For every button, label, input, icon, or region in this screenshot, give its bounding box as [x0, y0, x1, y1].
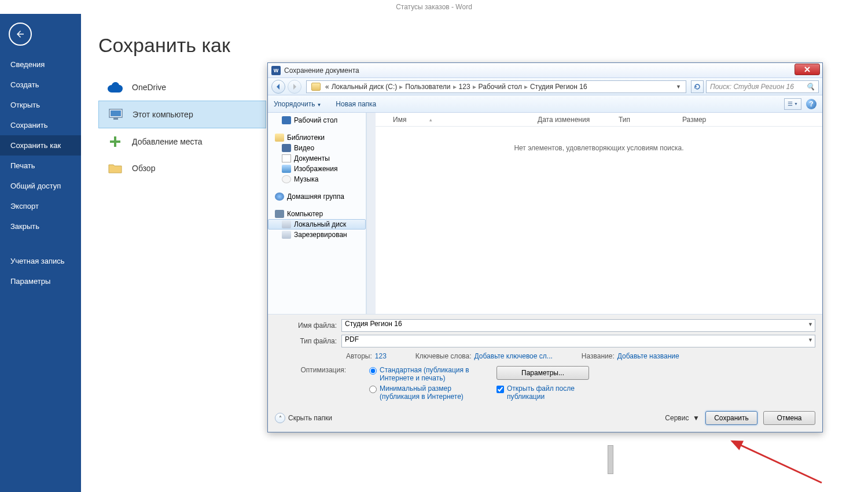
opt-min-radio[interactable]: Минимальный размер (публикация в Интерне… — [369, 384, 473, 401]
svg-rect-1 — [111, 110, 121, 116]
refresh-icon — [694, 83, 701, 90]
tree-item-documents[interactable]: Документы — [268, 153, 366, 164]
sidebar-item-export[interactable]: Экспорт — [0, 196, 81, 216]
file-list: Имя▴ Дата изменения Тип Размер Нет элеме… — [376, 113, 822, 314]
hide-folders-button[interactable]: ˄ Скрыть папки — [275, 413, 332, 423]
backstage-sidebar: Сведения Создать Открыть Сохранить Сохра… — [0, 14, 81, 492]
image-icon — [282, 165, 291, 173]
optimization-label: Оптимизация: — [292, 366, 346, 401]
chevron-down-icon: ▼ — [808, 337, 813, 343]
arrow-right-icon — [291, 83, 298, 90]
sidebar-item-account[interactable]: Учетная запись — [0, 251, 81, 271]
sidebar-item-share[interactable]: Общий доступ — [0, 176, 81, 196]
breadcrumb-part[interactable]: Студия Регион 16 — [530, 83, 587, 91]
tree-item-libraries[interactable]: Библиотеки — [268, 132, 366, 143]
word-icon: W — [271, 66, 281, 75]
cloud-icon — [107, 81, 123, 94]
dialog-nav: « Локальный диск (C:)▸ Пользователи▸ 123… — [268, 78, 822, 95]
place-this-pc[interactable]: Этот компьютер — [98, 101, 266, 128]
dialog-toolbar: Упорядочить▼ Новая папка ☰ ▼ ? — [268, 95, 822, 113]
breadcrumb-part[interactable]: Рабочий стол — [479, 83, 522, 91]
place-label: Обзор — [132, 164, 155, 173]
tree-item-local-disk[interactable]: Локальный диск — [268, 219, 366, 230]
library-icon — [275, 134, 284, 142]
title-label: Название: — [582, 352, 615, 360]
close-button[interactable] — [795, 64, 820, 75]
homegroup-icon — [275, 193, 284, 201]
title-value[interactable]: Добавьте название — [617, 352, 679, 360]
chevron-up-icon: ˄ — [275, 413, 285, 423]
dialog-title: Сохранение документа — [284, 66, 359, 75]
opt-standard-radio[interactable]: Стандартная (публикация в Интернете и пе… — [369, 366, 473, 382]
folder-icon — [107, 162, 123, 175]
save-dialog: W Сохранение документа « Локальный диск … — [267, 62, 823, 432]
sidebar-item-print[interactable]: Печать — [0, 156, 81, 176]
nav-back-button[interactable] — [271, 80, 285, 94]
parameters-button[interactable]: Параметры... — [496, 366, 589, 380]
view-button[interactable]: ☰ ▼ — [784, 98, 801, 110]
dialog-bottom: Имя файла: Студия Регион 16▼ Тип файла: … — [268, 314, 822, 432]
back-button[interactable] — [9, 23, 32, 46]
authors-value[interactable]: 123 — [375, 352, 387, 360]
tree-item-music[interactable]: Музыка — [268, 174, 366, 184]
page-title: Сохранить как — [98, 34, 868, 57]
folder-tree[interactable]: Рабочий стол Библиотеки Видео Документы … — [268, 113, 366, 314]
tree-item-homegroup[interactable]: Домашняя группа — [268, 191, 366, 202]
folder-icon — [311, 83, 321, 91]
disk-icon — [282, 220, 291, 228]
tree-item-computer[interactable]: Компьютер — [268, 209, 366, 219]
sidebar-item-save-as[interactable]: Сохранить как — [0, 135, 81, 156]
search-input[interactable]: Поиск: Студия Регион 16 🔍 — [706, 80, 819, 93]
sidebar-item-options[interactable]: Параметры — [0, 271, 81, 291]
service-dropdown[interactable]: Сервис ▼ — [665, 414, 700, 422]
sidebar-item-close[interactable]: Закрыть — [0, 216, 81, 236]
dialog-titlebar[interactable]: W Сохранение документа — [268, 63, 822, 78]
help-button[interactable]: ? — [806, 99, 816, 109]
filename-input[interactable]: Студия Регион 16▼ — [341, 319, 815, 332]
save-button[interactable]: Сохранить — [705, 411, 757, 425]
empty-message: Нет элементов, удовлетворяющих условиям … — [376, 144, 822, 152]
app-titlebar: Статусы заказов - Word — [0, 0, 868, 14]
breadcrumb[interactable]: « Локальный диск (C:)▸ Пользователи▸ 123… — [306, 80, 686, 93]
disk-icon — [282, 231, 291, 239]
tree-item-desktop[interactable]: Рабочий стол — [268, 115, 366, 125]
nav-forward-button[interactable] — [288, 80, 301, 94]
organize-button[interactable]: Упорядочить▼ — [274, 100, 321, 108]
plus-icon — [107, 135, 123, 148]
chevron-down-icon: ▼ — [808, 321, 813, 327]
breadcrumb-part[interactable]: 123 — [459, 83, 470, 91]
breadcrumb-part[interactable]: Локальный диск (C:) — [332, 83, 398, 91]
place-add-place[interactable]: Добавление места — [98, 128, 266, 155]
close-icon — [804, 66, 811, 72]
place-onedrive[interactable]: OneDrive — [98, 74, 266, 101]
new-folder-button[interactable]: Новая папка — [336, 100, 376, 108]
keywords-value[interactable]: Добавьте ключевое сл... — [475, 352, 553, 360]
document-scrollbar[interactable] — [608, 445, 613, 474]
video-icon — [282, 144, 291, 152]
tree-item-reserved[interactable]: Зарезервирован — [268, 230, 366, 240]
sidebar-item-new[interactable]: Создать — [0, 75, 81, 95]
sidebar-item-save[interactable]: Сохранить — [0, 115, 81, 135]
breadcrumb-part[interactable]: Пользователи — [405, 83, 450, 91]
place-label: Добавление места — [132, 137, 203, 146]
sidebar-item-open[interactable]: Открыть — [0, 95, 81, 115]
computer-icon — [108, 108, 124, 121]
breadcrumb-prefix: « — [325, 83, 329, 91]
filetype-select[interactable]: PDF▼ — [341, 335, 815, 347]
column-headers[interactable]: Имя▴ Дата изменения Тип Размер — [376, 113, 822, 127]
place-label: Этот компьютер — [133, 110, 193, 119]
search-placeholder: Поиск: Студия Регион 16 — [710, 83, 794, 91]
place-browse[interactable]: Обзор — [98, 155, 266, 182]
tree-scrollbar[interactable] — [366, 113, 376, 314]
refresh-button[interactable] — [691, 80, 704, 93]
cancel-button[interactable]: Отмена — [763, 411, 815, 425]
tree-item-video[interactable]: Видео — [268, 143, 366, 153]
arrow-left-icon — [15, 29, 25, 39]
open-after-checkbox[interactable]: Открыть файл после публикации — [496, 384, 612, 401]
svg-rect-4 — [110, 140, 120, 143]
computer-icon — [275, 210, 284, 218]
filetype-label: Тип файла: — [275, 337, 341, 345]
sidebar-item-info[interactable]: Сведения — [0, 54, 81, 75]
filename-label: Имя файла: — [275, 321, 341, 330]
tree-item-images[interactable]: Изображения — [268, 164, 366, 174]
